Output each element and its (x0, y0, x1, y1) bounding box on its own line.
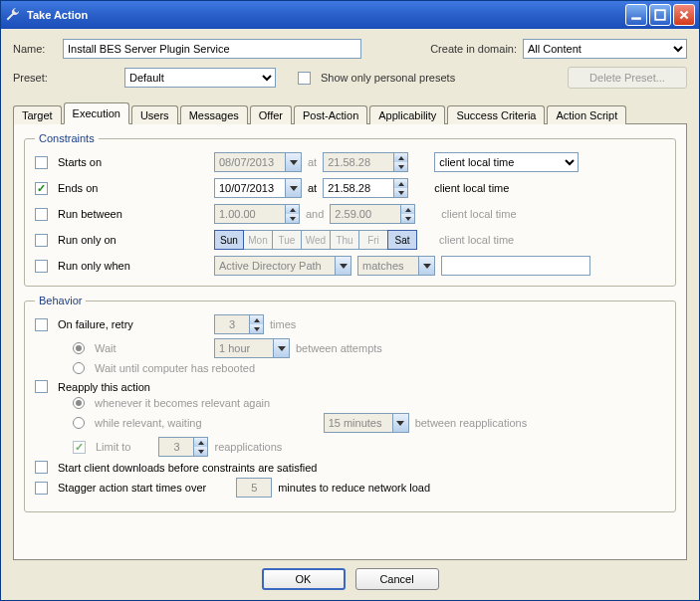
ends-on-label: Ends on (58, 182, 98, 194)
between-reapps-label: between reapplications (415, 417, 528, 429)
and-label: and (306, 208, 324, 220)
relation-value-field[interactable] (441, 256, 590, 276)
whenever-label: whenever it becomes relevant again (95, 397, 270, 409)
window-title: Take Action (27, 9, 625, 21)
preset-select[interactable]: Default (124, 68, 276, 88)
property-select (214, 256, 351, 276)
ends-on-date[interactable] (214, 178, 302, 198)
tab-offer[interactable]: Offer (250, 105, 292, 124)
wait-radio (73, 342, 85, 354)
day-buttons: Sun Mon Tue Wed Thu Fri Sat (214, 230, 417, 250)
run-only-on-label: Run only on (58, 234, 117, 246)
run-between-label: Run between (58, 208, 122, 220)
tab-post-action[interactable]: Post-Action (294, 105, 367, 124)
while-relevant-label: while relevant, waiting (95, 417, 202, 429)
wrench-icon (5, 7, 21, 23)
run-between-to (330, 204, 415, 224)
spin-down-icon[interactable] (394, 188, 407, 197)
at-label: at (308, 182, 317, 194)
limit-to-field (158, 437, 208, 457)
client-local-text: client local time (441, 208, 516, 220)
constraints-legend: Constraints (35, 132, 99, 144)
wait-label: Wait (95, 342, 117, 354)
spin-up-icon[interactable] (394, 179, 407, 188)
day-mon[interactable]: Mon (243, 230, 273, 250)
minimize-button[interactable] (625, 4, 647, 26)
run-between-checkbox[interactable] (35, 208, 48, 221)
titlebar: Take Action (1, 1, 699, 29)
day-tue[interactable]: Tue (272, 230, 302, 250)
day-fri[interactable]: Fri (358, 230, 388, 250)
run-only-when-label: Run only when (58, 260, 130, 272)
starts-on-label: Starts on (58, 156, 102, 168)
chevron-down-icon (418, 257, 434, 275)
name-field[interactable] (63, 39, 361, 59)
limit-to-checkbox (73, 441, 86, 454)
svg-rect-0 (631, 17, 641, 19)
times-label: times (270, 318, 296, 330)
chevron-down-icon[interactable] (285, 179, 301, 197)
ok-button[interactable]: OK (262, 568, 346, 590)
starts-on-checkbox[interactable] (35, 156, 48, 169)
on-failure-label: On failure, retry (58, 318, 133, 330)
run-only-when-checkbox[interactable] (35, 260, 48, 273)
stagger-suffix-label: minutes to reduce network load (278, 482, 430, 494)
start-downloads-checkbox[interactable] (35, 461, 48, 474)
wait-reboot-radio (73, 362, 85, 374)
day-sat[interactable]: Sat (387, 230, 417, 250)
wait-reboot-label: Wait until computer has rebooted (95, 362, 255, 374)
tab-bar: Target Execution Users Messages Offer Po… (13, 102, 687, 123)
whenever-radio (73, 397, 85, 409)
reapply-checkbox[interactable] (35, 380, 48, 393)
reapply-interval-select (324, 413, 409, 433)
domain-select[interactable]: All Content (523, 39, 687, 59)
tab-success-criteria[interactable]: Success Criteria (447, 105, 545, 124)
chevron-down-icon (285, 153, 301, 171)
day-sun[interactable]: Sun (214, 230, 244, 250)
svg-rect-1 (655, 10, 665, 20)
time-zone-select[interactable]: client local time (434, 152, 579, 172)
tab-panel-execution: Constraints Starts on at client local ti… (13, 123, 687, 560)
wait-amount-select (214, 338, 290, 358)
retry-times-field (214, 314, 264, 334)
show-personal-checkbox[interactable] (298, 72, 311, 85)
maximize-button[interactable] (649, 4, 671, 26)
starts-on-time (323, 152, 408, 172)
ends-on-checkbox[interactable] (35, 182, 48, 195)
run-only-on-checkbox[interactable] (35, 234, 48, 247)
dialog-footer: OK Cancel (13, 560, 687, 592)
start-downloads-label: Start client downloads before constraint… (58, 462, 317, 474)
tab-messages[interactable]: Messages (180, 105, 248, 124)
close-button[interactable] (673, 4, 695, 26)
behavior-legend: Behavior (35, 295, 86, 306)
constraints-group: Constraints Starts on at client local ti… (24, 132, 676, 287)
delete-preset-button: Delete Preset... (568, 67, 687, 89)
day-thu[interactable]: Thu (330, 230, 359, 250)
tab-action-script[interactable]: Action Script (547, 105, 626, 124)
take-action-window: Take Action Name: Create in domain: All … (0, 0, 700, 601)
tab-target[interactable]: Target (13, 105, 62, 124)
domain-label: Create in domain: (430, 43, 517, 55)
tab-users[interactable]: Users (131, 105, 178, 124)
between-attempts-label: between attempts (296, 342, 382, 354)
stagger-label: Stagger action start times over (58, 482, 206, 494)
on-failure-checkbox[interactable] (35, 318, 48, 331)
preset-label: Preset: (13, 72, 57, 84)
client-local-text: client local time (439, 234, 514, 246)
cancel-button[interactable]: Cancel (355, 568, 439, 590)
chevron-down-icon (273, 339, 289, 357)
tab-execution[interactable]: Execution (64, 102, 129, 124)
client-local-text: client local time (434, 182, 509, 194)
stagger-checkbox[interactable] (35, 482, 48, 495)
while-relevant-radio (73, 417, 85, 429)
name-label: Name: (13, 43, 57, 55)
starts-on-date (214, 152, 302, 172)
ends-on-time[interactable] (323, 178, 408, 198)
stagger-value-field (236, 478, 272, 498)
reapply-label: Reapply this action (58, 381, 150, 393)
at-label: at (308, 156, 317, 168)
tab-applicability[interactable]: Applicability (369, 105, 445, 124)
day-wed[interactable]: Wed (301, 230, 331, 250)
chevron-down-icon (335, 257, 350, 275)
show-personal-label: Show only personal presets (321, 72, 455, 84)
